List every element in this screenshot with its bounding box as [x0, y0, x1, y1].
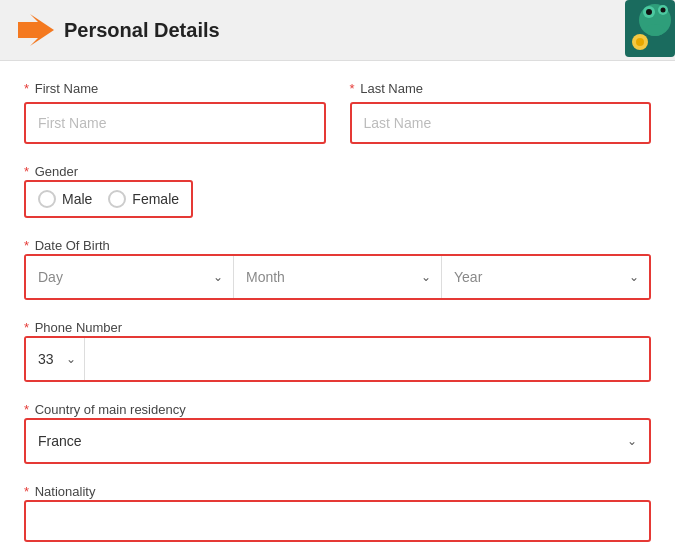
first-name-group: * First Name	[24, 81, 326, 144]
phone-number-input[interactable]	[85, 338, 649, 380]
svg-point-7	[645, 24, 665, 36]
last-name-group: * Last Name	[350, 81, 652, 144]
country-select[interactable]: France United Kingdom Germany Spain Ital…	[26, 420, 649, 462]
nationality-group: * Nationality	[24, 482, 651, 542]
first-name-label: * First Name	[24, 81, 326, 96]
required-star: *	[350, 81, 355, 96]
phone-label: * Phone Number	[24, 320, 122, 335]
last-name-label: * Last Name	[350, 81, 652, 96]
gender-female-label: Female	[132, 191, 179, 207]
dob-month-wrapper: Month ⌄	[234, 256, 442, 298]
required-star: *	[24, 238, 29, 253]
svg-point-5	[646, 9, 652, 15]
svg-point-6	[661, 8, 666, 13]
phone-row: 33 1 44 49 ⌄	[24, 336, 651, 382]
header: Personal Details	[0, 0, 675, 61]
required-star: *	[24, 81, 29, 96]
gender-group: * Gender Male Female	[24, 162, 651, 218]
gender-label: * Gender	[24, 164, 78, 179]
required-star: *	[24, 484, 29, 499]
page-container: Personal Details * First Name	[0, 0, 675, 559]
arrow-icon	[18, 14, 54, 46]
dob-selects: Day ⌄ Month ⌄ Year ⌄	[24, 254, 651, 300]
radio-female[interactable]	[108, 190, 126, 208]
first-name-input[interactable]	[24, 102, 326, 144]
svg-marker-0	[18, 14, 54, 46]
dob-month-select[interactable]: Month	[234, 256, 441, 298]
form-area: * First Name * Last Name * Gender	[0, 61, 675, 559]
last-name-input[interactable]	[350, 102, 652, 144]
date-of-birth-group: * Date Of Birth Day ⌄ Month ⌄	[24, 236, 651, 300]
nationality-input[interactable]	[24, 500, 651, 542]
country-select-wrapper: France United Kingdom Germany Spain Ital…	[24, 418, 651, 464]
dob-day-wrapper: Day ⌄	[26, 256, 234, 298]
phone-number-group: * Phone Number 33 1 44 49 ⌄	[24, 318, 651, 382]
name-row: * First Name * Last Name	[24, 81, 651, 144]
gender-female-option[interactable]: Female	[108, 190, 179, 208]
radio-male[interactable]	[38, 190, 56, 208]
nationality-label: * Nationality	[24, 484, 95, 499]
dob-day-select[interactable]: Day	[26, 256, 233, 298]
phone-code-wrapper: 33 1 44 49 ⌄	[26, 338, 85, 380]
gender-male-label: Male	[62, 191, 92, 207]
required-star: *	[24, 402, 29, 417]
mascot-illustration	[585, 0, 675, 57]
dob-year-wrapper: Year ⌄	[442, 256, 649, 298]
page-title: Personal Details	[64, 19, 220, 42]
country-label: * Country of main residency	[24, 402, 186, 417]
dob-year-select[interactable]: Year	[442, 256, 649, 298]
required-star: *	[24, 164, 29, 179]
gender-male-option[interactable]: Male	[38, 190, 92, 208]
phone-code-select[interactable]: 33 1 44 49	[26, 338, 84, 380]
country-group: * Country of main residency France Unite…	[24, 400, 651, 464]
dob-label: * Date Of Birth	[24, 238, 110, 253]
svg-point-9	[636, 38, 644, 46]
required-star: *	[24, 320, 29, 335]
gender-options: Male Female	[24, 180, 193, 218]
